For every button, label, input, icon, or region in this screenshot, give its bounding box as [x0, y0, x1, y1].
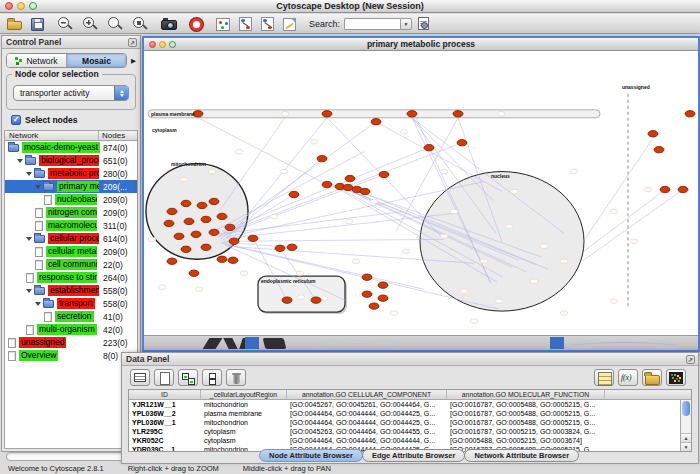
node-label[interactable] — [495, 299, 503, 304]
tab-overflow-arrow-icon[interactable]: ▶ — [129, 57, 138, 65]
delete-attribute-icon[interactable] — [226, 369, 246, 386]
node[interactable] — [209, 229, 219, 235]
node[interactable] — [654, 146, 664, 152]
node[interactable] — [678, 186, 688, 192]
scrollbar-thumb[interactable] — [682, 401, 690, 416]
plasma-membrane-region[interactable] — [148, 110, 600, 118]
expand-triangle-icon[interactable] — [17, 159, 23, 163]
tree-row-secretion[interactable]: secretion41(0) — [5, 310, 137, 323]
node[interactable] — [371, 119, 381, 125]
node[interactable] — [181, 200, 191, 206]
node-label[interactable] — [440, 169, 448, 174]
tab-network[interactable]: Network — [7, 54, 67, 67]
node[interactable] — [167, 258, 177, 264]
node-color-dropdown[interactable]: transporter activity — [13, 85, 129, 101]
node-label[interactable] — [530, 279, 538, 284]
node[interactable] — [217, 256, 227, 262]
node-label[interactable] — [158, 285, 166, 290]
node[interactable] — [345, 175, 355, 181]
tree-row-unassigned[interactable]: unassigned223(0) — [5, 336, 137, 349]
mitochondrion-region[interactable] — [146, 164, 248, 260]
node-label[interactable] — [610, 209, 618, 214]
search-input[interactable] — [344, 18, 400, 30]
node-label[interactable] — [610, 299, 618, 304]
column-header[interactable]: annotation.GO MOLECULAR_FUNCTION — [447, 390, 605, 399]
node-label[interactable] — [310, 139, 318, 144]
tree-row-response-to-stimulu[interactable]: response to stimulu264(0) — [5, 271, 137, 284]
node[interactable] — [289, 191, 299, 197]
network-graph[interactable]: plasma membranecytoplasmmitochondrionnuc… — [144, 52, 698, 335]
tree-row-nucleobase-[interactable]: nucleobase-209(0) — [5, 193, 137, 206]
node[interactable] — [379, 171, 389, 177]
edge[interactable] — [582, 190, 683, 262]
node[interactable] — [362, 274, 372, 280]
node[interactable] — [369, 303, 379, 309]
tree-row-establishment-of-lo[interactable]: establishment of lo558(0) — [5, 284, 137, 297]
zoom-fit-icon[interactable] — [132, 16, 148, 31]
node-label[interactable] — [195, 287, 203, 292]
node-label[interactable] — [297, 295, 305, 300]
node[interactable] — [424, 144, 434, 150]
node[interactable] — [322, 181, 332, 187]
node[interactable] — [197, 202, 207, 208]
node-label[interactable] — [280, 169, 288, 174]
annotation-icon[interactable] — [283, 18, 296, 31]
node[interactable] — [317, 155, 327, 161]
close-icon[interactable] — [149, 41, 156, 48]
new-attribute-icon[interactable] — [154, 369, 174, 386]
node-label[interactable] — [480, 259, 488, 264]
node[interactable] — [248, 235, 258, 241]
float-panel-icon[interactable] — [128, 38, 137, 47]
attribute-list-icon[interactable] — [594, 369, 614, 386]
node-label[interactable] — [402, 249, 410, 254]
tree-header-network[interactable]: Network — [5, 131, 99, 140]
node-label[interactable] — [510, 189, 518, 194]
node[interactable] — [311, 297, 321, 303]
node[interactable] — [201, 216, 211, 222]
node[interactable] — [191, 231, 201, 237]
node[interactable] — [167, 208, 177, 214]
tree-row-multi-organism-pro[interactable]: multi-organism pro42(0) — [5, 323, 137, 336]
node[interactable] — [229, 238, 239, 244]
snapshot-icon[interactable] — [161, 20, 177, 30]
zoom-in-icon[interactable] — [82, 16, 98, 31]
node[interactable] — [209, 198, 219, 204]
node[interactable] — [225, 224, 235, 230]
node[interactable] — [287, 244, 297, 250]
column-header[interactable]: annotation.GO CELLULAR_COMPONENT — [287, 390, 447, 399]
tree-header-nodes[interactable]: Nodes — [99, 131, 137, 141]
table-row[interactable]: YJR121W__1mitochondrion[GO:0045267, GO:0… — [129, 400, 691, 409]
maximize-icon[interactable] — [169, 41, 176, 48]
network-canvas[interactable]: plasma membranecytoplasmmitochondrionnuc… — [144, 52, 698, 335]
table-icon[interactable] — [130, 369, 150, 386]
node[interactable] — [174, 233, 184, 239]
tree-row-biological-process[interactable]: biological_process651(0) — [5, 154, 137, 167]
import-network-icon[interactable] — [239, 17, 252, 31]
node-label[interactable] — [570, 169, 578, 174]
node[interactable] — [275, 245, 285, 251]
tab-node-attribute-browser[interactable]: Node Attribute Browser — [259, 449, 363, 462]
tree-row-cellular-process[interactable]: cellular process614(0) — [5, 232, 137, 245]
node-label[interactable] — [450, 209, 458, 214]
node-label[interactable] — [148, 237, 156, 242]
expand-triangle-icon[interactable] — [35, 302, 41, 306]
tree-row-transport[interactable]: transport558(0) — [5, 297, 137, 310]
scroll-up-icon[interactable]: ▲ — [681, 433, 691, 442]
node[interactable] — [378, 295, 388, 301]
column-header[interactable]: _cellularLayoutRegion — [201, 390, 287, 399]
node[interactable] — [282, 297, 292, 303]
zoom-selected-icon[interactable] — [107, 16, 123, 31]
tab-network-attribute-browser[interactable]: Network Attribute Browser — [464, 449, 579, 462]
node-label[interactable] — [352, 259, 360, 264]
node[interactable] — [407, 111, 417, 117]
expand-triangle-icon[interactable] — [26, 289, 32, 293]
node[interactable] — [217, 213, 227, 219]
help-icon[interactable] — [190, 18, 203, 31]
column-header[interactable]: ID — [129, 390, 201, 399]
table-row[interactable]: YPL036W__2plasma membrane[GO:0044464, GO… — [129, 409, 691, 418]
search-options-icon[interactable] — [418, 17, 429, 30]
node[interactable] — [228, 257, 238, 263]
node-label[interactable] — [240, 271, 248, 276]
save-icon[interactable] — [31, 18, 44, 31]
node-label[interactable] — [497, 111, 505, 116]
